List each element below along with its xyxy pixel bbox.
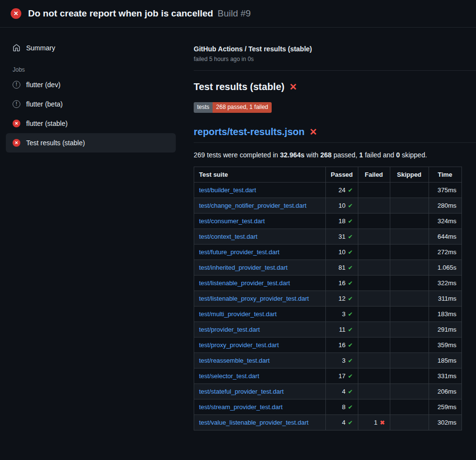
suite-cell: test/proxy_provider_test.dart — [194, 337, 326, 353]
x-circle-icon: ✕ — [13, 120, 20, 127]
sidebar-item-label: flutter (beta) — [26, 100, 62, 108]
passed-cell: 31✔ — [326, 229, 358, 244]
sidebar-item-flutter-stable[interactable]: ✕ flutter (stable) — [6, 114, 176, 133]
suite-cell: test/selector_test.dart — [194, 368, 326, 383]
test-suite-link[interactable]: test/value_listenable_provider_test.dart — [199, 419, 308, 426]
summary-segment: 32.964s — [280, 151, 305, 159]
run-header: ✕ Do not create report when job is cance… — [0, 0, 476, 28]
time-cell: 322ms — [429, 275, 461, 291]
table-row: test/future_provider_test.dart10✔272ms — [194, 244, 462, 260]
test-suite-link[interactable]: test/inherited_provider_test.dart — [199, 264, 288, 271]
passed-cell: 4✔ — [326, 383, 358, 399]
test-suite-link[interactable]: test/listenable_provider_test.dart — [199, 279, 290, 287]
passed-cell: 18✔ — [326, 213, 358, 229]
passed-cell: 17✔ — [326, 368, 358, 383]
alert-circle-icon: ! — [13, 100, 20, 108]
failed-cell — [358, 399, 390, 414]
skipped-cell — [390, 353, 429, 368]
test-suite-link[interactable]: test/listenable_proxy_provider_test.dart — [199, 295, 309, 302]
test-suite-link[interactable]: test/consumer_test.dart — [199, 217, 265, 225]
passed-count: 16 — [338, 341, 345, 349]
table-row: test/provider_test.dart11✔291ms — [194, 322, 462, 337]
test-suite-link[interactable]: test/stream_provider_test.dart — [199, 403, 283, 411]
table-row: test/value_listenable_provider_test.dart… — [194, 414, 462, 430]
sidebar-item-flutter-dev[interactable]: ! flutter (dev) — [6, 75, 176, 94]
suite-cell: test/stateful_provider_test.dart — [194, 383, 326, 399]
column-header-time: Time — [429, 167, 461, 182]
failed-cell: 1✖ — [358, 414, 390, 430]
suite-cell: test/value_listenable_provider_test.dart — [194, 414, 326, 430]
column-header-failed: Failed — [358, 167, 390, 182]
test-suite-link[interactable]: test/selector_test.dart — [199, 372, 259, 380]
check-icon: ✔ — [348, 373, 353, 380]
suite-cell: test/stream_provider_test.dart — [194, 399, 326, 414]
sidebar-item-label: flutter (dev) — [26, 81, 61, 89]
report-file-link[interactable]: reports/test-results.json — [194, 126, 305, 138]
suite-cell: test/change_notifier_provider_test.dart — [194, 198, 326, 213]
passed-count: 3 — [342, 310, 345, 318]
sidebar-item-summary[interactable]: Summary — [6, 38, 176, 58]
failed-cell — [358, 275, 390, 291]
time-cell: 272ms — [429, 244, 461, 260]
test-suite-link[interactable]: test/future_provider_test.dart — [199, 248, 279, 256]
sidebar: Summary Jobs ! flutter (dev) ! flutter (… — [0, 28, 182, 153]
check-icon: ✔ — [348, 233, 353, 240]
check-icon: ✔ — [348, 264, 353, 271]
test-suite-link[interactable]: test/builder_test.dart — [199, 186, 256, 194]
passed-cell: 12✔ — [326, 291, 358, 306]
test-suite-link[interactable]: test/multi_provider_test.dart — [199, 310, 276, 318]
table-row: test/change_notifier_provider_test.dart1… — [194, 198, 462, 213]
passed-cell: 4✔ — [326, 414, 358, 430]
passed-count: 10 — [338, 248, 345, 256]
summary-segment: failed and — [363, 151, 397, 159]
results-table-body: test/builder_test.dart24✔375mstest/chang… — [194, 182, 462, 430]
test-suite-link[interactable]: test/context_test.dart — [199, 233, 258, 240]
passed-cell: 10✔ — [326, 244, 358, 260]
jobs-section-label: Jobs — [13, 66, 169, 73]
failed-cell — [358, 368, 390, 383]
x-icon: ✖ — [380, 419, 384, 426]
passed-count: 18 — [338, 217, 345, 225]
sidebar-item-label: Summary — [26, 44, 55, 52]
failed-cell — [358, 244, 390, 260]
summary-segment: with — [305, 151, 321, 159]
passed-count: 4 — [342, 419, 345, 426]
passed-count: 8 — [342, 403, 345, 411]
summary-segment: 269 tests were completed in — [194, 151, 280, 159]
time-cell: 375ms — [429, 182, 461, 198]
suite-cell: test/future_provider_test.dart — [194, 244, 326, 260]
passed-cell: 11✔ — [326, 322, 358, 337]
table-row: test/proxy_provider_test.dart16✔359ms — [194, 337, 462, 353]
x-circle-icon: ✕ — [13, 139, 20, 147]
skipped-cell — [390, 383, 429, 399]
passed-cell: 3✔ — [326, 306, 358, 322]
skipped-cell — [390, 322, 429, 337]
test-suite-link[interactable]: test/change_notifier_provider_test.dart — [199, 202, 307, 209]
check-icon: ✔ — [348, 326, 353, 333]
time-cell: 291ms — [429, 322, 461, 337]
check-icon: ✔ — [348, 249, 353, 256]
test-suite-link[interactable]: test/provider_test.dart — [199, 326, 260, 333]
section-title: Test results (stable) — [194, 81, 284, 92]
check-icon: ✔ — [348, 388, 353, 395]
check-icon: ✔ — [348, 357, 353, 364]
passed-cell: 3✔ — [326, 353, 358, 368]
summary-segment: 268 — [321, 151, 332, 159]
passed-count: 31 — [338, 233, 345, 240]
skipped-cell — [390, 291, 429, 306]
sidebar-item-flutter-beta[interactable]: ! flutter (beta) — [6, 94, 176, 114]
time-cell: 280ms — [429, 198, 461, 213]
check-icon: ✔ — [348, 187, 353, 194]
passed-count: 24 — [338, 186, 345, 194]
failed-cell — [358, 198, 390, 213]
test-suite-link[interactable]: test/reassemble_test.dart — [199, 357, 270, 364]
test-suite-link[interactable]: test/stateful_provider_test.dart — [199, 388, 284, 395]
check-icon: ✔ — [348, 218, 353, 225]
test-suite-link[interactable]: test/proxy_provider_test.dart — [199, 341, 279, 349]
check-icon: ✔ — [348, 295, 353, 302]
failed-cell — [358, 260, 390, 275]
table-row: test/builder_test.dart24✔375ms — [194, 182, 462, 198]
sidebar-item-test-results-stable[interactable]: ✕ Test results (stable) — [6, 133, 176, 153]
sidebar-item-label: flutter (stable) — [26, 120, 68, 127]
main-content: GitHub Actions / Test results (stable) f… — [182, 28, 476, 430]
